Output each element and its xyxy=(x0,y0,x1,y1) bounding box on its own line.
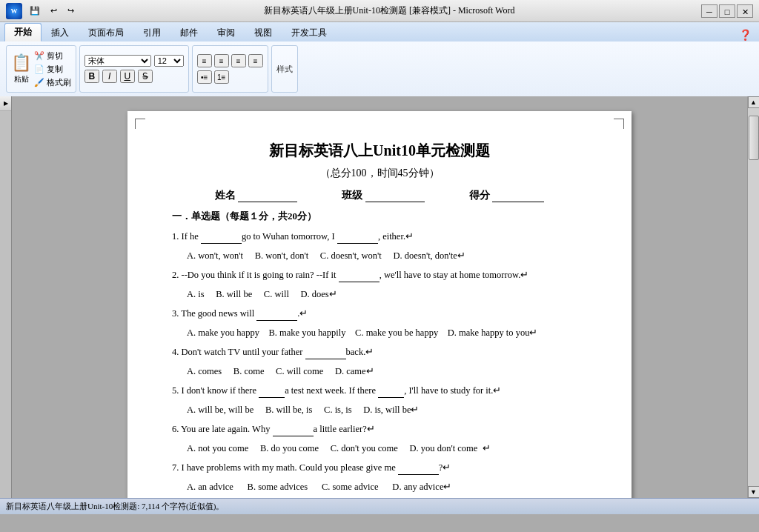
tab-start[interactable]: 开始 xyxy=(4,23,42,41)
options-4: A. comes B. come C. will come D. came↵ xyxy=(187,364,587,379)
scroll-track[interactable] xyxy=(748,108,760,486)
underline-button[interactable]: U xyxy=(120,70,135,83)
title-bar: W 💾 ↩ ↪ 新目标英语八年级上册Unit-10检测题 [兼容模式] - Mi… xyxy=(0,0,759,22)
font-family-select[interactable]: 宋体 xyxy=(84,55,151,67)
italic-button[interactable]: I xyxy=(102,70,117,83)
copy-button[interactable]: 📄 复制 xyxy=(34,64,71,75)
cut-button[interactable]: ✂️ 剪切 xyxy=(34,50,71,61)
bold-button[interactable]: B xyxy=(84,70,99,83)
styles-group: 样式 xyxy=(271,45,298,93)
ribbon: 开始 插入 页面布局 引用 邮件 审阅 视图 开发工具 ❓ 📋 粘贴 ✂️ 剪切… xyxy=(0,22,759,96)
app-area: ▶ 新目标英语八上Unit10单元检测题 （总分100，时间45分钟） 姓名 班… xyxy=(0,96,759,498)
options-7: A. an advice B. some advices C. some adv… xyxy=(187,479,587,494)
question-2: 2. --Do you think if it is going to rain… xyxy=(172,267,587,282)
question-4: 4. Don't watch TV until your father back… xyxy=(172,345,587,359)
corner-mark-tr xyxy=(614,119,624,129)
question-5: 5. I don't know if there a test next wee… xyxy=(172,383,587,398)
window-controls: ─ □ ✕ xyxy=(701,4,753,18)
doc-info-row: 姓名 班级 得分 xyxy=(172,189,587,202)
window-title: 新目标英语八年级上册Unit-10检测题 [兼容模式] - Microsoft … xyxy=(77,4,701,17)
help-icon[interactable]: ❓ xyxy=(739,30,752,41)
justify-button[interactable]: ≡ xyxy=(248,54,263,67)
question-7: 7. I have problems with my math. Could y… xyxy=(172,460,587,475)
document-page: 新目标英语八上Unit10单元检测题 （总分100，时间45分钟） 姓名 班级 … xyxy=(127,111,632,498)
word-logo: W xyxy=(6,3,22,19)
close-button[interactable]: ✕ xyxy=(737,4,753,18)
maximize-button[interactable]: □ xyxy=(719,4,735,18)
ribbon-tabs: 开始 插入 页面布局 引用 邮件 审阅 视图 开发工具 ❓ xyxy=(0,22,759,41)
question-3: 3. The good news will .↵ xyxy=(172,306,587,321)
minimize-button[interactable]: ─ xyxy=(701,4,717,18)
ribbon-content: 📋 粘贴 ✂️ 剪切 📄 复制 🖌️ 格式刷 宋体 12 B I U S̶ xyxy=(0,41,759,96)
document-area: 新目标英语八上Unit10单元检测题 （总分100，时间45分钟） 姓名 班级 … xyxy=(12,96,747,498)
quick-save[interactable]: 💾 xyxy=(27,5,43,16)
bullet-list-button[interactable]: •≡ xyxy=(197,70,212,84)
options-2: A. is B. will be C. will D. does↵ xyxy=(187,287,587,302)
tab-view[interactable]: 视图 xyxy=(245,24,282,41)
tab-insert[interactable]: 插入 xyxy=(42,24,79,41)
tab-layout[interactable]: 页面布局 xyxy=(79,24,133,41)
section-title-1: 一．单选题（每题１分，共20分） xyxy=(172,210,587,223)
paste-button[interactable]: 📋 xyxy=(11,53,31,73)
scroll-down-button[interactable]: ▼ xyxy=(748,486,760,498)
tab-dev[interactable]: 开发工具 xyxy=(282,24,337,41)
tab-reference[interactable]: 引用 xyxy=(133,24,170,41)
align-right-button[interactable]: ≡ xyxy=(231,54,246,67)
class-label: 班级 xyxy=(342,189,425,202)
scroll-up-button[interactable]: ▲ xyxy=(748,96,760,108)
left-panel: ▶ xyxy=(0,96,12,498)
quick-undo[interactable]: ↩ xyxy=(47,5,60,16)
font-group: 宋体 12 B I U S̶ xyxy=(79,45,189,93)
quick-redo[interactable]: ↪ xyxy=(64,5,77,16)
options-3: A. make you happy B. make you happily C.… xyxy=(187,325,587,340)
question-1: 1. If he go to Wuhan tomorrow, I , eithe… xyxy=(172,229,587,244)
status-bar: 新目标英语八年级上册Unit-10检测题: 7,114 个字符(近似值)。 xyxy=(0,498,759,514)
strikethrough-button[interactable]: S̶ xyxy=(138,70,153,83)
options-1: A. won't, won't B. won't, don't C. doesn… xyxy=(187,248,587,263)
options-5: A. will be, will be B. will be, is C. is… xyxy=(187,402,587,417)
document-title: 新目标英语八上Unit10单元检测题 xyxy=(172,141,587,161)
options-6: A. not you come B. do you come C. don't … xyxy=(187,441,587,456)
name-label: 姓名 xyxy=(215,189,298,202)
scroll-thumb[interactable] xyxy=(749,116,759,160)
tab-mail[interactable]: 邮件 xyxy=(170,24,208,41)
title-bar-left: W 💾 ↩ ↪ xyxy=(6,3,77,19)
tab-review[interactable]: 审阅 xyxy=(208,24,245,41)
corner-mark-tl xyxy=(135,119,145,129)
numbered-list-button[interactable]: 1≡ xyxy=(214,70,229,84)
font-size-select[interactable]: 12 xyxy=(154,55,184,67)
paragraph-group: ≡ ≡ ≡ ≡ •≡ 1≡ xyxy=(192,45,268,93)
clipboard-group: 📋 粘贴 ✂️ 剪切 📄 复制 🖌️ 格式刷 xyxy=(6,45,76,93)
document-subtitle: （总分100，时间45分钟） xyxy=(172,167,587,180)
align-left-button[interactable]: ≡ xyxy=(197,54,212,67)
left-panel-btn[interactable]: ▶ xyxy=(0,96,11,111)
status-text: 新目标英语八年级上册Unit-10检测题: 7,114 个字符(近似值)。 xyxy=(6,501,224,512)
format-painter-button[interactable]: 🖌️ 格式刷 xyxy=(34,77,71,88)
question-6: 6. You are late again. Why a little earl… xyxy=(172,422,587,436)
align-center-button[interactable]: ≡ xyxy=(214,54,229,67)
score-label: 得分 xyxy=(469,189,545,202)
vertical-scrollbar: ▲ ▼ xyxy=(747,96,759,498)
